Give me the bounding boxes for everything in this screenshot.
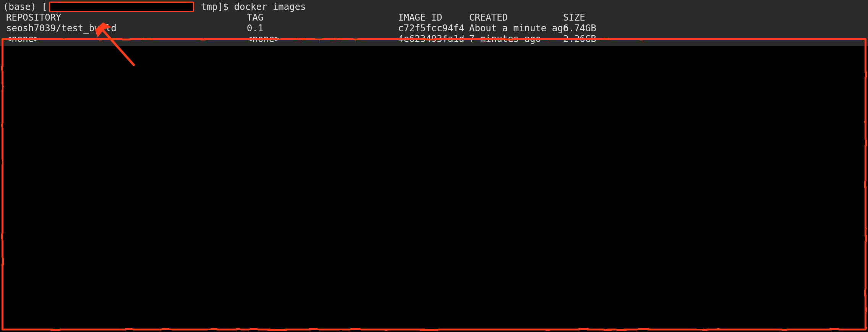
cell-size: 2.26GB <box>563 34 601 44</box>
table-row: <none> <none> 4e623493fa1d 7 minutes ago… <box>3 34 865 44</box>
header-tag: TAG <box>247 12 398 23</box>
cell-image-id: 4e623493fa1d <box>398 34 469 44</box>
prompt-env: (base) <box>3 2 36 12</box>
header-created: CREATED <box>469 12 563 23</box>
cell-created: About a minute ago <box>469 23 563 34</box>
header-image-id: IMAGE ID <box>398 12 469 23</box>
cell-image-id: c72f5fcc94f4 <box>398 23 469 34</box>
cell-tag: <none> <box>247 34 398 44</box>
redacted-hostname <box>49 2 194 12</box>
annotation-rectangle <box>2 38 866 330</box>
cell-tag: 0.1 <box>247 23 398 34</box>
cell-repository: seosh7039/test_build <box>6 23 247 34</box>
terminal-window[interactable]: (base) [ tmp]$ docker images REPOSITORY … <box>0 0 868 332</box>
cell-repository: <none> <box>6 34 247 44</box>
prompt-close-bracket: tmp]$ <box>196 2 234 12</box>
table-row: seosh7039/test_build 0.1 c72f5fcc94f4 Ab… <box>3 23 865 34</box>
cell-size: 6.74GB <box>563 23 601 34</box>
header-size: SIZE <box>563 12 601 23</box>
prompt-line: (base) [ tmp]$ docker images <box>3 2 865 12</box>
prompt-open-bracket: [ <box>36 2 47 12</box>
terminal-header-section: (base) [ tmp]$ docker images REPOSITORY … <box>0 0 868 46</box>
table-header-row: REPOSITORY TAG IMAGE ID CREATED SIZE <box>3 12 865 23</box>
cell-created: 7 minutes ago <box>469 34 563 44</box>
command-text: docker images <box>234 2 306 12</box>
header-repository: REPOSITORY <box>6 12 247 23</box>
